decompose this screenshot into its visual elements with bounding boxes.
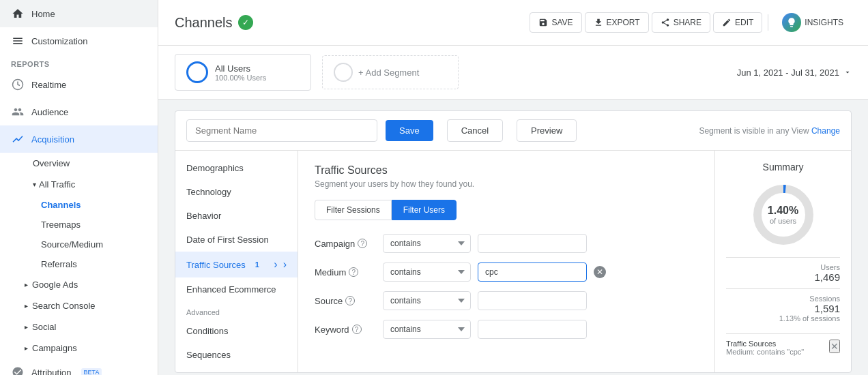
source-filter-row: Source ? contains does not contain exact… xyxy=(315,291,698,310)
modal-cancel-button[interactable]: Cancel xyxy=(447,119,503,142)
chip-close-button[interactable]: ✕ xyxy=(829,340,840,353)
realtime-label: Realtime xyxy=(31,80,66,90)
modal-header: Save Cancel Preview Segment is visible i… xyxy=(175,111,851,151)
sidebar-item-realtime[interactable]: Realtime xyxy=(0,71,158,98)
modal-nav-sequences[interactable]: Sequences xyxy=(175,343,298,367)
keyword-condition-select[interactable]: contains does not contain exactly matche… xyxy=(383,320,471,339)
sidebar-item-search-console[interactable]: ▸ Search Console xyxy=(0,295,158,316)
attribution-badge: BETA xyxy=(81,368,102,375)
sidebar-item-google-ads[interactable]: ▸ Google Ads xyxy=(0,274,158,295)
campaign-value-input[interactable] xyxy=(478,234,587,253)
advanced-section-label: Advanced xyxy=(175,301,298,319)
segment-name: All Users xyxy=(215,63,266,74)
medium-value-input[interactable] xyxy=(478,262,587,282)
sidebar-item-referrals[interactable]: Referrals xyxy=(0,254,158,274)
campaign-help-icon[interactable]: ? xyxy=(358,239,367,248)
sessions-stat: Sessions 1,591 1.13% of sessions xyxy=(726,288,840,328)
modal-nav-technology[interactable]: Technology xyxy=(175,180,298,204)
medium-help-icon[interactable]: ? xyxy=(349,267,358,277)
summary-title: Summary xyxy=(726,162,840,172)
modal-preview-button[interactable]: Preview xyxy=(517,119,577,142)
sessions-value: 1,591 xyxy=(726,303,840,314)
sessions-sub: 1.13% of sessions xyxy=(726,314,840,322)
users-label: Users xyxy=(726,263,840,271)
donut-pct: 1.40% xyxy=(768,205,798,217)
summary-panel: Summary 1.40% xyxy=(714,151,851,372)
filter-tabs: Filter Sessions Filter Users xyxy=(315,200,698,220)
sidebar-item-customization[interactable]: Customization xyxy=(0,27,158,55)
users-stat: Users 1,469 xyxy=(726,257,840,288)
edit-button[interactable]: EDIT xyxy=(713,12,762,33)
sidebar-item-attribution[interactable]: Attribution BETA xyxy=(0,359,158,375)
medium-condition-select[interactable]: contains does not contain exactly matche… xyxy=(383,262,471,282)
modal-visibility: Segment is visible in any View Change xyxy=(699,126,840,136)
audience-icon xyxy=(11,105,25,119)
source-condition-select[interactable]: contains does not contain exactly matche… xyxy=(383,291,471,310)
sidebar-item-all-traffic[interactable]: ▾ All Traffic xyxy=(0,174,158,195)
sidebar-item-treemaps[interactable]: Treemaps xyxy=(0,215,158,235)
modal-nav-enhanced-ecommerce[interactable]: Enhanced Ecommerce xyxy=(175,278,298,301)
sidebar-item-channels[interactable]: Channels xyxy=(0,195,158,215)
segment-name-input[interactable] xyxy=(186,119,377,142)
segment-pct: 100.00% Users xyxy=(215,74,266,82)
sidebar-item-acquisition[interactable]: Acquisition xyxy=(0,125,158,153)
page-title: Channels ✓ xyxy=(175,15,519,31)
add-segment-label: + Add Segment xyxy=(358,68,419,78)
content-area: Save Cancel Preview Segment is visible i… xyxy=(158,100,868,375)
add-segment-button[interactable]: + Add Segment xyxy=(322,55,459,89)
chip-detail: Medium: contains "cpc" xyxy=(726,348,804,356)
sidebar: Home Customization REPORTS Realtime Audi… xyxy=(0,0,158,375)
insights-button[interactable]: INSIGHTS xyxy=(774,8,852,37)
modal-nav-date-of-first-session[interactable]: Date of First Session xyxy=(175,228,298,252)
sidebar-item-overview[interactable]: Overview xyxy=(0,153,158,174)
modal-nav-traffic-sources[interactable]: Traffic Sources 1 › xyxy=(175,252,298,278)
sessions-label: Sessions xyxy=(726,295,840,303)
panel-title: Traffic Sources xyxy=(315,164,698,177)
main-content: Channels ✓ SAVE EXPORT SHARE ED xyxy=(158,0,868,375)
customization-icon xyxy=(11,34,25,48)
campaign-condition-select[interactable]: contains does not contain exactly matche… xyxy=(383,234,471,253)
sidebar-item-source-medium[interactable]: Source/Medium xyxy=(0,235,158,254)
home-label: Home xyxy=(31,9,55,19)
sidebar-item-home[interactable]: Home xyxy=(0,0,158,27)
keyword-filter-row: Keyword ? contains does not contain exac… xyxy=(315,320,698,339)
home-icon xyxy=(11,7,25,20)
campaign-label: Campaign ? xyxy=(315,239,376,249)
save-button[interactable]: SAVE xyxy=(530,12,581,33)
source-value-input[interactable] xyxy=(478,291,587,310)
modal-nav: Demographics Technology Behavior Date of… xyxy=(175,151,298,372)
medium-clear-button[interactable]: ✕ xyxy=(594,266,606,278)
reports-section-label: REPORTS xyxy=(0,55,158,71)
share-button[interactable]: SHARE xyxy=(652,12,710,33)
filter-users-tab[interactable]: Filter Users xyxy=(392,200,457,220)
date-range-picker[interactable]: Jun 1, 2021 - Jul 31, 2021 xyxy=(737,68,852,78)
keyword-help-icon[interactable]: ? xyxy=(352,325,362,334)
export-icon xyxy=(594,18,603,27)
visibility-change-link[interactable]: Change xyxy=(811,126,840,136)
sidebar-item-campaigns[interactable]: ▸ Campaigns xyxy=(0,338,158,359)
filter-sessions-tab[interactable]: Filter Sessions xyxy=(315,200,392,220)
sidebar-item-social[interactable]: ▸ Social xyxy=(0,316,158,338)
modal-save-button[interactable]: Save xyxy=(386,120,433,141)
insights-avatar xyxy=(782,13,801,32)
source-help-icon[interactable]: ? xyxy=(345,296,355,305)
modal-nav-conditions[interactable]: Conditions xyxy=(175,319,298,343)
acquisition-label: Acquisition xyxy=(31,134,74,145)
edit-icon xyxy=(722,18,732,27)
modal-nav-demographics[interactable]: Demographics xyxy=(175,156,298,180)
top-actions: SAVE EXPORT SHARE EDIT xyxy=(530,8,852,37)
medium-filter-row: Medium ? contains does not contain exact… xyxy=(315,262,698,282)
keyword-label: Keyword ? xyxy=(315,325,376,335)
add-segment-circle xyxy=(334,63,353,82)
users-value: 1,469 xyxy=(726,271,840,283)
campaign-filter-row: Campaign ? contains does not contain exa… xyxy=(315,234,698,253)
attribution-icon xyxy=(11,365,25,375)
active-arrow-icon: › xyxy=(274,258,277,271)
export-button[interactable]: EXPORT xyxy=(585,12,649,33)
keyword-value-input[interactable] xyxy=(478,320,587,339)
btn-divider xyxy=(768,14,768,31)
all-users-segment[interactable]: All Users 100.00% Users xyxy=(175,54,311,91)
modal-nav-behavior[interactable]: Behavior xyxy=(175,204,298,228)
sidebar-item-audience[interactable]: Audience xyxy=(0,98,158,125)
top-bar: Channels ✓ SAVE EXPORT SHARE ED xyxy=(158,0,868,46)
